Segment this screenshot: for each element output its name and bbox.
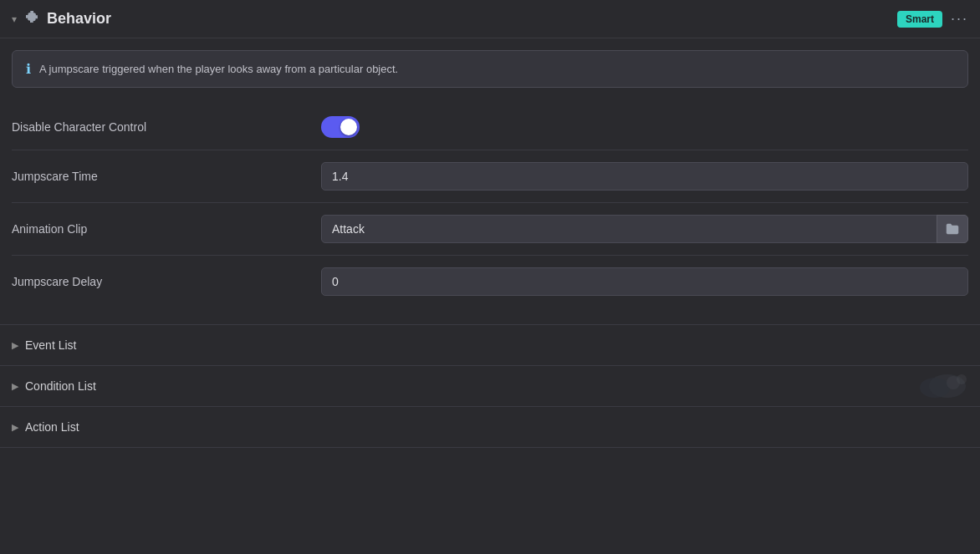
disable-character-control-toggle[interactable]	[321, 116, 360, 138]
svg-point-1	[920, 378, 950, 398]
browse-folder-button[interactable]	[937, 215, 968, 243]
behavior-panel: ▾ Behavior Smart ··· ℹ A jumpscare trigg…	[0, 0, 980, 554]
more-options-icon[interactable]: ···	[951, 10, 968, 28]
toggle-track	[321, 116, 360, 138]
disable-character-control-label: Disable Character Control	[12, 120, 304, 134]
jumpscare-delay-label: Jumpscare Delay	[12, 275, 304, 288]
jumpscare-time-row: Jumpscare Time	[12, 150, 968, 202]
animation-clip-row: Animation Clip	[12, 203, 968, 255]
clip-input-wrapper	[321, 215, 968, 243]
animation-clip-control	[321, 215, 968, 243]
jumpscare-time-input[interactable]	[321, 162, 968, 191]
jumpscare-delay-row: Jumpscare Delay	[12, 256, 968, 307]
jumpscare-delay-control	[321, 267, 968, 296]
info-banner: ℹ A jumpscare triggered when the player …	[12, 50, 968, 88]
header-left: ▾ Behavior	[12, 8, 111, 29]
event-list-section[interactable]: ▶ Event List	[0, 325, 980, 366]
event-list-title: Event List	[25, 338, 76, 352]
action-list-chevron-icon: ▶	[12, 422, 18, 433]
toggle-thumb	[340, 119, 357, 135]
svg-point-3	[957, 374, 967, 384]
header-right: Smart ···	[897, 10, 968, 28]
condition-list-section[interactable]: ▶ Condition List	[0, 366, 980, 407]
form-area: Disable Character Control Jumpscare Time…	[0, 96, 980, 324]
puzzle-icon	[23, 8, 40, 29]
smart-badge[interactable]: Smart	[897, 11, 942, 28]
animation-clip-label: Animation Clip	[12, 222, 304, 236]
panel-title: Behavior	[47, 10, 111, 28]
event-list-chevron-icon: ▶	[12, 340, 18, 351]
disable-character-control-row: Disable Character Control	[12, 104, 968, 150]
collapse-chevron-icon[interactable]: ▾	[12, 13, 17, 25]
info-banner-text: A jumpscare triggered when the player lo…	[39, 63, 398, 75]
condition-decoration	[901, 369, 968, 403]
jumpscare-time-control	[321, 162, 968, 191]
action-list-title: Action List	[25, 420, 79, 434]
condition-list-chevron-icon: ▶	[12, 381, 18, 392]
condition-list-title: Condition List	[25, 379, 96, 393]
action-list-section[interactable]: ▶ Action List	[0, 407, 980, 448]
disable-character-control-control	[321, 116, 968, 138]
jumpscare-time-label: Jumpscare Time	[12, 170, 304, 183]
header: ▾ Behavior Smart ···	[0, 0, 980, 38]
jumpscare-delay-input[interactable]	[321, 267, 968, 296]
animation-clip-input[interactable]	[321, 215, 968, 243]
info-icon: ℹ	[26, 61, 31, 77]
